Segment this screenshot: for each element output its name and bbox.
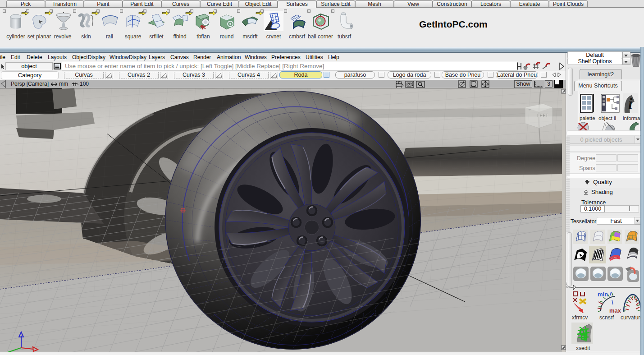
svg-text:min: min: [598, 291, 608, 298]
svg-text:max: max: [609, 307, 621, 314]
svg-text:i: i: [628, 95, 633, 112]
svg-text:LEFT: LEFT: [537, 113, 548, 118]
